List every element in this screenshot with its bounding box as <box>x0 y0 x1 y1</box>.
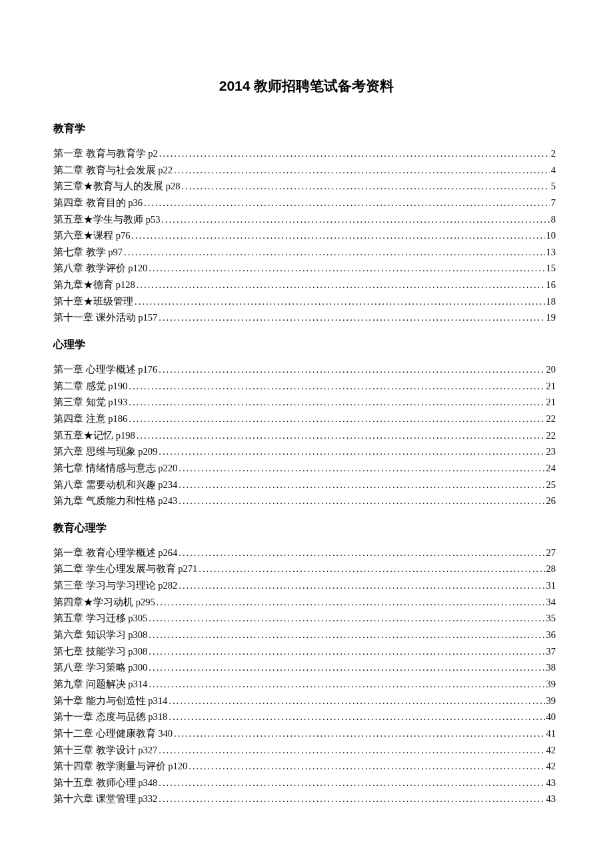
toc-entry-leader-dots <box>129 411 544 427</box>
toc-entry: 第七章 技能学习 p30837 <box>53 643 560 660</box>
toc-entry: 第四章★学习动机 p29534 <box>53 594 560 611</box>
toc-entry: 第六章 思维与现象 p20923 <box>53 443 560 460</box>
toc-entry: 第三章 知觉 p19321 <box>53 394 560 411</box>
toc-entry-leader-dots <box>181 178 549 195</box>
toc-entry: 第二章 教育与社会发展 p224 <box>53 162 560 179</box>
toc-entry-label: 第二章 学生心理发展与教育 p271 <box>53 561 197 577</box>
toc-container: 教育学第一章 教育与教育学 p22第二章 教育与社会发展 p224第三章★教育与… <box>53 122 560 807</box>
toc-entry-label: 第一章 教育与教育学 p2 <box>53 145 158 162</box>
toc-entry-page: 41 <box>546 725 560 742</box>
toc-entry: 第十一章 课外活动 p15719 <box>53 309 560 326</box>
toc-entry-page: 5 <box>551 178 560 195</box>
toc-entry-leader-dots <box>179 545 544 561</box>
toc-entry-page: 8 <box>551 211 560 228</box>
toc-entry: 第九章 问题解决 p31439 <box>53 676 560 693</box>
toc-entry-label: 第七章 教学 p97 <box>53 244 123 261</box>
toc-entry-label: 第七章 技能学习 p308 <box>53 643 147 660</box>
toc-entry-label: 第九章★德育 p128 <box>53 277 135 293</box>
toc-entry-label: 第一章 心理学概述 p176 <box>53 361 157 378</box>
toc-entry-page: 34 <box>546 594 560 611</box>
toc-entry: 第九章 气质能力和性格 p24326 <box>53 493 560 509</box>
toc-entry-page: 25 <box>546 477 560 493</box>
toc-entry-leader-dots <box>135 293 545 310</box>
section-heading: 教育学 <box>53 122 560 136</box>
toc-entry-leader-dots <box>159 742 544 759</box>
toc-entry-leader-dots <box>159 309 544 326</box>
toc-entry-leader-dots <box>124 244 545 261</box>
toc-entry-page: 40 <box>546 709 560 725</box>
toc-entry-label: 第五章★记忆 p198 <box>53 427 135 444</box>
toc-entry-label: 第六章 知识学习 p308 <box>53 627 147 643</box>
toc-entry-leader-dots <box>157 594 545 611</box>
toc-entry: 第十五章 教师心理 p34843 <box>53 775 560 791</box>
toc-entry: 第三章★教育与人的发展 p285 <box>53 178 560 195</box>
document-title: 2014 教师招聘笔试备考资料 <box>53 77 560 95</box>
section-heading: 教育心理学 <box>53 521 560 535</box>
toc-entry-page: 42 <box>546 742 560 759</box>
toc-entry-label: 第十一章 课外活动 p157 <box>53 309 157 326</box>
toc-entry-label: 第十章 能力与创造性 p314 <box>53 693 167 709</box>
toc-entry: 第十四章 教学测量与评价 p12042 <box>53 758 560 775</box>
toc-entry-page: 38 <box>546 659 560 676</box>
toc-entry: 第四章 教育目的 p367 <box>53 195 560 211</box>
toc-entry-leader-dots <box>129 378 544 395</box>
toc-entry-leader-dots <box>199 561 544 577</box>
toc-entry-page: 18 <box>546 293 560 310</box>
toc-entry-page: 10 <box>546 227 560 244</box>
toc-entry: 第一章 教育心理学概述 p26427 <box>53 545 560 561</box>
toc-entry: 第四章 注意 p18622 <box>53 411 560 427</box>
toc-entry: 第一章 教育与教育学 p22 <box>53 145 560 162</box>
toc-entry: 第三章 学习与学习理论 p28231 <box>53 577 560 594</box>
toc-entry: 第一章 心理学概述 p17620 <box>53 361 560 378</box>
toc-entry-page: 15 <box>546 260 560 277</box>
toc-entry: 第十二章 心理健康教育 34041 <box>53 725 560 742</box>
toc-entry-leader-dots <box>159 145 550 162</box>
toc-entry-page: 23 <box>546 443 560 460</box>
toc-entry-leader-dots <box>149 260 544 277</box>
toc-entry-page: 36 <box>546 627 560 643</box>
toc-entry-label: 第十三章 教学设计 p327 <box>53 742 157 759</box>
toc-entry-leader-dots <box>179 460 544 477</box>
toc-entry-label: 第十二章 心理健康教育 340 <box>53 725 173 742</box>
toc-entry-page: 20 <box>546 361 560 378</box>
toc-entry-leader-dots <box>149 676 544 693</box>
toc-entry-label: 第十章★班级管理 <box>53 293 133 310</box>
toc-entry-label: 第六章 思维与现象 p209 <box>53 443 157 460</box>
toc-entry-page: 28 <box>546 561 560 577</box>
toc-entry-leader-dots <box>137 277 545 293</box>
toc-entry-page: 37 <box>546 643 560 660</box>
toc-entry: 第五章★记忆 p19822 <box>53 427 560 444</box>
toc-entry-page: 2 <box>551 145 560 162</box>
toc-entry: 第六章★课程 p7610 <box>53 227 560 244</box>
toc-entry-label: 第十六章 课堂管理 p332 <box>53 791 157 807</box>
toc-entry-leader-dots <box>189 758 544 775</box>
toc-entry: 第五章★学生与教师 p538 <box>53 211 560 228</box>
toc-entry-leader-dots <box>137 427 545 444</box>
toc-entry-leader-dots <box>159 361 544 378</box>
toc-entry: 第十章 能力与创造性 p31439 <box>53 693 560 709</box>
toc-entry-label: 第四章 教育目的 p36 <box>53 195 143 211</box>
toc-entry-page: 42 <box>546 758 560 775</box>
toc-entry-leader-dots <box>149 627 544 643</box>
toc-entry-leader-dots <box>129 394 544 411</box>
toc-entry-page: 43 <box>546 775 560 791</box>
toc-entry: 第九章★德育 p12816 <box>53 277 560 293</box>
toc-entry-label: 第八章 学习策略 p300 <box>53 659 147 676</box>
toc-entry-page: 39 <box>546 693 560 709</box>
toc-entry-leader-dots <box>159 791 544 807</box>
toc-entry-page: 16 <box>546 277 560 293</box>
toc-entry-label: 第三章 学习与学习理论 p282 <box>53 577 177 594</box>
toc-entry-page: 19 <box>546 309 560 326</box>
toc-entry-leader-dots <box>161 211 549 228</box>
toc-entry: 第六章 知识学习 p30836 <box>53 627 560 643</box>
toc-entry-page: 24 <box>546 460 560 477</box>
toc-entry-label: 第八章 需要动机和兴趣 p234 <box>53 477 177 493</box>
toc-entry-label: 第二章 教育与社会发展 p22 <box>53 162 173 179</box>
toc-entry-label: 第五章 学习迁移 p305 <box>53 610 147 627</box>
toc-entry-leader-dots <box>179 493 544 509</box>
toc-entry-leader-dots <box>144 195 550 211</box>
toc-entry-page: 13 <box>546 244 560 261</box>
toc-entry: 第八章 学习策略 p30038 <box>53 659 560 676</box>
toc-entry: 第十三章 教学设计 p32742 <box>53 742 560 759</box>
document-page: 2014 教师招聘笔试备考资料 教育学第一章 教育与教育学 p22第二章 教育与… <box>0 0 613 847</box>
